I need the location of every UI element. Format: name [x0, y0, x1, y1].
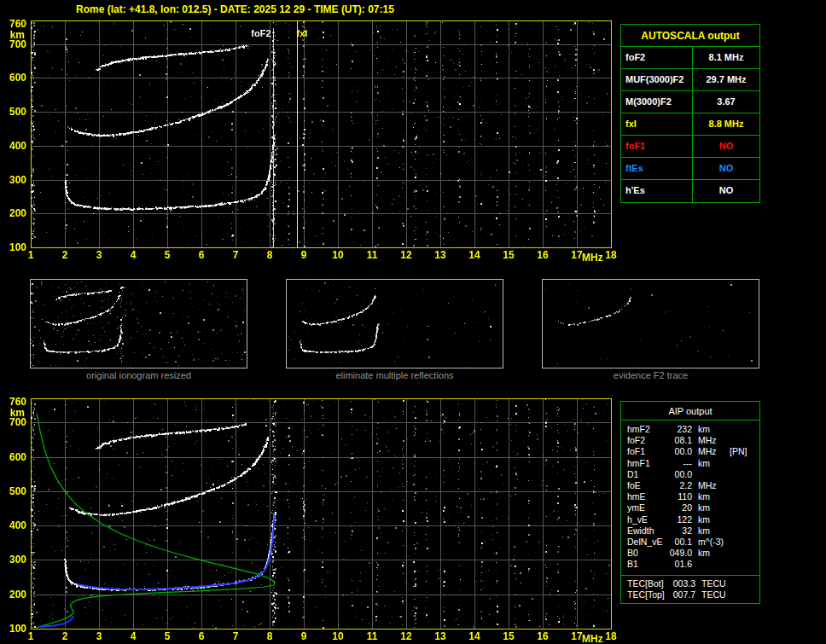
- autoscala-table-header: AUTOSCALA output: [621, 25, 759, 47]
- autoscala-row-ftes: ftEsNO: [621, 158, 759, 180]
- aip-param-extra: [723, 502, 730, 513]
- aip-param-extra: [PN]: [723, 446, 747, 457]
- aip-param-unit: km: [692, 424, 723, 435]
- thumbnail-f2-trace-evidence: [542, 279, 759, 368]
- aip-param-label: hmF2: [627, 424, 666, 435]
- aip-param-extra: [723, 548, 730, 559]
- autoscala-param-label: foF2: [621, 47, 693, 68]
- autoscala-param-value: 29.7 MHz: [693, 69, 759, 90]
- thumbnail-caption-original: original ionogram resized: [30, 370, 247, 380]
- aip-param-label: TEC[Bot]: [627, 578, 670, 589]
- aip-param-value: 007.7: [670, 589, 695, 600]
- aip-row-tecbot: TEC[Bot]003.3TECU: [627, 578, 756, 589]
- aip-param-extra: [726, 589, 733, 600]
- aip-row-b1: B101.6: [627, 559, 756, 570]
- aip-row-fof1: foF100.0MHz[PN]: [627, 446, 756, 457]
- autoscala-param-label: fxI: [621, 113, 693, 135]
- ionogram-bottom-plot: [0, 392, 619, 644]
- aip-param-unit: km: [692, 491, 723, 502]
- aip-row-delnve: DelN_vE00.1m^(-3): [627, 537, 756, 548]
- aip-param-unit: km: [692, 525, 723, 537]
- autoscala-param-label: M(3000)F2: [621, 91, 693, 113]
- aip-param-unit: TECU: [695, 589, 726, 600]
- thumbnail-f2-canvas: [543, 280, 759, 368]
- thumbnail-original-canvas: [31, 280, 247, 368]
- aip-row-hve: h_vE122km: [627, 514, 756, 525]
- aip-param-unit: km: [692, 458, 723, 469]
- aip-row-b0: B0049.0km: [627, 548, 756, 559]
- aip-param-value: 00.0: [666, 446, 692, 457]
- aip-param-label: h_vE: [627, 514, 666, 525]
- aip-output-table: AIP output hmF2232kmfoF208.1MHzfoF100.0M…: [620, 401, 760, 604]
- autoscala-row-hes: h'EsNO: [621, 180, 759, 202]
- aip-param-label: hmF1: [627, 458, 666, 469]
- aip-param-extra: [723, 537, 730, 548]
- aip-param-label: B0: [627, 548, 666, 559]
- aip-param-extra: [723, 480, 730, 491]
- aip-param-value: 2.2: [666, 480, 692, 491]
- aip-param-value: 049.0: [666, 548, 692, 559]
- autoscala-row-fof1: foF1NO: [621, 136, 759, 158]
- aip-param-value: 110: [666, 491, 692, 502]
- autoscala-row-fof2: foF28.1 MHz: [621, 47, 759, 69]
- aip-param-value: 232: [666, 424, 692, 435]
- aip-param-extra: [723, 525, 730, 537]
- aip-param-label: TEC[Top]: [627, 589, 670, 600]
- aip-param-unit: [692, 469, 723, 480]
- aip-param-extra: [723, 424, 730, 435]
- aip-row-foe: foE2.2MHz: [627, 480, 756, 491]
- thumbnail-caption-f2: evidence F2 trace: [542, 370, 759, 380]
- autoscala-param-label: ftEs: [621, 158, 693, 179]
- aip-param-unit: [692, 559, 723, 570]
- aip-param-value: 00.1: [666, 537, 692, 548]
- aip-param-value: 122: [666, 514, 692, 525]
- aip-param-value: 08.1: [666, 435, 692, 446]
- aip-param-value: 003.3: [670, 578, 695, 589]
- aip-param-extra: [726, 578, 733, 589]
- autoscala-param-value: NO: [693, 180, 759, 202]
- autoscala-param-value: NO: [693, 158, 759, 179]
- autoscala-param-value: 8.8 MHz: [693, 113, 759, 135]
- aip-param-value: 20: [666, 502, 692, 513]
- aip-param-value: 00.0: [666, 469, 692, 480]
- autoscala-param-value: NO: [693, 136, 759, 157]
- aip-param-value: 32: [666, 525, 692, 537]
- aip-param-label: foE: [627, 480, 666, 491]
- aip-param-extra: [723, 469, 730, 480]
- aip-param-unit: MHz: [692, 446, 723, 457]
- aip-row-ewidth: Ewidth32km: [627, 525, 756, 537]
- thumbnail-cleaned-canvas: [287, 280, 503, 368]
- aip-table-rows: hmF2232kmfoF208.1MHzfoF100.0MHz[PN]hmF1-…: [621, 421, 759, 572]
- aip-row-hmf2: hmF2232km: [627, 424, 756, 435]
- aip-param-unit: MHz: [692, 435, 723, 446]
- autoscala-param-value: 8.1 MHz: [693, 47, 759, 68]
- aip-param-label: ymE: [627, 502, 666, 513]
- aip-param-unit: m^(-3): [692, 537, 723, 548]
- aip-param-label: foF2: [627, 435, 666, 446]
- aip-table-header: AIP output: [621, 402, 759, 421]
- autoscala-row-muf3000f2: MUF(3000)F229.7 MHz: [621, 69, 759, 91]
- aip-row-fof2: foF208.1MHz: [627, 435, 756, 446]
- aip-param-label: B1: [627, 559, 666, 570]
- autoscala-param-label: MUF(3000)F2: [621, 69, 693, 90]
- aip-param-extra: [723, 559, 730, 570]
- aip-row-d1: D100.0: [627, 469, 756, 480]
- aip-param-unit: km: [692, 502, 723, 513]
- aip-row-tectop: TEC[Top]007.7TECU: [627, 589, 756, 600]
- aip-param-extra: [723, 435, 730, 446]
- thumbnail-original-ionogram: [30, 279, 247, 368]
- aip-param-extra: [723, 514, 730, 525]
- autoscala-param-label: foF1: [621, 136, 693, 157]
- ionogram-top-plot: [0, 15, 619, 271]
- autoscala-table-rows: foF28.1 MHzMUF(3000)F229.7 MHzM(3000)F23…: [621, 47, 759, 202]
- autoscala-param-value: 3.67: [693, 91, 759, 113]
- aip-param-label: foF1: [627, 446, 666, 457]
- aip-param-label: DelN_vE: [627, 537, 666, 548]
- autoscala-output-table: AUTOSCALA output foF28.1 MHzMUF(3000)F22…: [620, 24, 760, 203]
- station-title: Rome (lat: +41.8, lon: 012.5) - DATE: 20…: [76, 3, 394, 15]
- aip-param-extra: [723, 491, 730, 502]
- aip-tec-rows: TEC[Bot]003.3TECUTEC[Top]007.7TECU: [621, 575, 759, 603]
- aip-param-label: Ewidth: [627, 525, 666, 537]
- autoscala-row-m3000f2: M(3000)F23.67: [621, 91, 759, 113]
- aip-param-extra: [723, 458, 730, 469]
